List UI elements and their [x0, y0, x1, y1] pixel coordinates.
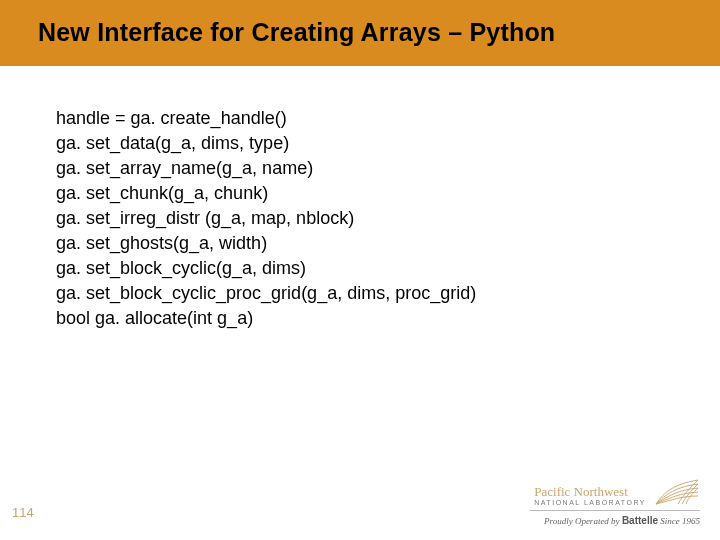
logo-main: Pacific Northwest [534, 485, 628, 498]
tagline-brand: Battelle [622, 515, 658, 526]
code-block: handle = ga. create_handle() ga. set_dat… [56, 106, 476, 331]
pnnl-logo-icon [654, 478, 700, 506]
logo-text: Pacific Northwest NATIONAL LABORATORY [534, 485, 646, 506]
footer-divider [530, 510, 700, 511]
page-number: 114 [12, 505, 34, 520]
tagline-prefix: Proudly Operated by [544, 516, 622, 526]
slide: New Interface for Creating Arrays – Pyth… [0, 0, 720, 540]
logo-sub: NATIONAL LABORATORY [534, 499, 646, 506]
slide-title: New Interface for Creating Arrays – Pyth… [38, 18, 555, 47]
footer-tagline: Proudly Operated by Battelle Since 1965 [544, 515, 700, 526]
footer-logo-area: Pacific Northwest NATIONAL LABORATORY Pr… [530, 478, 700, 526]
tagline-suffix: Since 1965 [658, 516, 700, 526]
logo-row: Pacific Northwest NATIONAL LABORATORY [534, 478, 700, 506]
